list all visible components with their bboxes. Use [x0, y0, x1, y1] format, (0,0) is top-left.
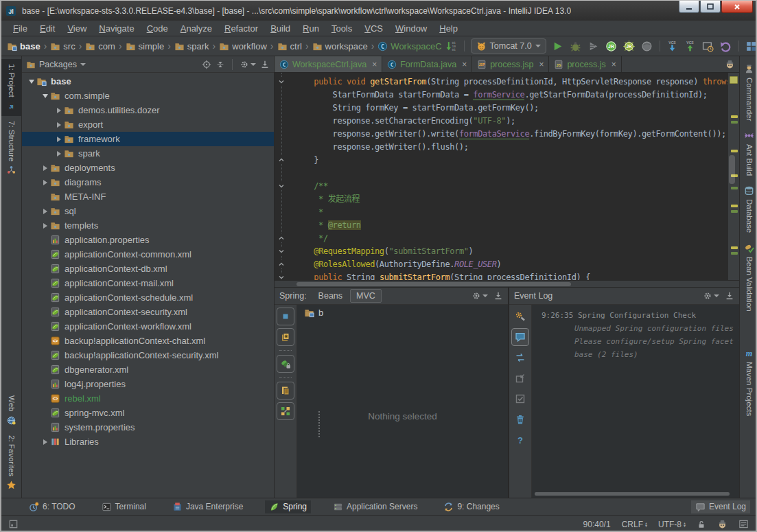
menu-help[interactable]: Help [433, 23, 464, 34]
tree-item-meta-inf[interactable]: META-INF [22, 189, 274, 204]
error-stripe-mark[interactable] [731, 115, 738, 118]
tool-button-ant-build[interactable]: Ant Build [740, 126, 757, 181]
tree-collapsed-icon[interactable] [40, 439, 50, 445]
menu-build[interactable]: Build [264, 23, 296, 34]
fold-marker-icon[interactable] [277, 78, 286, 86]
sp-diagram-button[interactable] [277, 402, 294, 420]
breadcrumb-com[interactable]: com [84, 41, 117, 51]
menu-view[interactable]: View [61, 23, 93, 34]
tree-collapsed-icon[interactable] [40, 223, 50, 229]
tree-collapsed-icon[interactable] [40, 165, 50, 171]
error-stripe-mark[interactable] [731, 121, 738, 124]
help-button[interactable]: ? [511, 431, 529, 449]
tree-item-backup-applicationcontext-security-xml[interactable]: backup!applicationContext-security.xml [22, 348, 274, 362]
tree-item-log4j-properties[interactable]: log4j.properties [22, 377, 274, 391]
fold-marker-icon[interactable] [277, 234, 286, 242]
replay-button[interactable] [511, 349, 529, 367]
tool-button-2-favorites[interactable]: 2: Favorites [1, 430, 21, 495]
bubble-button[interactable] [511, 328, 529, 346]
tree-item-rebel-xml[interactable]: <>rebel.xml [22, 391, 274, 406]
vcs-down-button[interactable]: VCS [664, 38, 681, 54]
tree-item-export[interactable]: export [22, 117, 274, 132]
target-button[interactable] [202, 60, 211, 69]
breadcrumb-spark[interactable]: spark [173, 41, 211, 51]
fold-marker-icon[interactable] [277, 247, 286, 255]
breadcrumb-simple[interactable]: simple [124, 41, 166, 51]
tool-button-spring[interactable]: Spring [265, 500, 311, 513]
sp-square-button[interactable] [277, 308, 294, 325]
title-bar[interactable]: Jl base - [E:\workspace-sts-3.3.0.RELEAS… [1, 1, 756, 21]
error-stripe-mark[interactable] [731, 150, 738, 152]
tree-collapsed-icon[interactable] [40, 209, 50, 214]
breadcrumb-base[interactable]: base [5, 41, 42, 51]
menu-analyze[interactable]: Analyze [174, 23, 218, 34]
run-button[interactable] [550, 38, 566, 54]
import-gray-button[interactable] [511, 369, 529, 387]
fold-marker-icon[interactable] [277, 273, 286, 280]
tree-collapsed-icon[interactable] [54, 108, 64, 113]
editor-tab-workspacectrl-java[interactable]: CWorkspaceCtrl.java× [275, 56, 382, 72]
tree-expanded-icon[interactable] [26, 80, 36, 84]
editor-vscrollbar-thumb[interactable] [729, 155, 735, 184]
menu-edit[interactable]: Edit [34, 23, 61, 34]
jr-run-button[interactable]: JR [603, 38, 620, 54]
editor-tab-process-js[interactable]: JSprocess.js× [549, 56, 621, 72]
tree-item-applicationcontext-security-xml[interactable]: applicationContext-security.xml [22, 305, 274, 319]
menu-run[interactable]: Run [296, 23, 325, 34]
tool-button-maven-projects[interactable]: mMaven Projects [740, 343, 757, 421]
spring-tree-item[interactable]: b [304, 308, 323, 318]
error-stripe-mark[interactable] [731, 246, 738, 249]
menu-navigate[interactable]: Navigate [93, 23, 140, 34]
tree-item-applicationcontext-workflow-xml[interactable]: applicationContext-workflow.xml [22, 319, 274, 334]
menu-file[interactable]: File [7, 23, 34, 34]
spring-tab-mvc[interactable]: MVC [350, 289, 382, 303]
tool-button-7-structure[interactable]: 7: Structure [1, 116, 21, 180]
tool-button-terminal[interactable]: Terminal [97, 500, 150, 513]
tool-button-commander[interactable]: Commander [740, 59, 757, 126]
fold-marker-icon[interactable] [277, 182, 286, 190]
event-log-hscrollbar-thumb[interactable] [535, 492, 730, 496]
spring-tab-beans[interactable]: Beans [312, 289, 349, 303]
menu-tools[interactable]: Tools [325, 23, 358, 34]
dock-button[interactable] [725, 291, 734, 301]
close-button[interactable] [721, 1, 753, 13]
run-configuration-selector[interactable]: Tomcat 7.0 [471, 38, 546, 54]
tree-item-applicationcontext-schedule-xml[interactable]: applicationContext-schedule.xml [22, 290, 274, 305]
error-stripe-mark[interactable] [731, 187, 738, 189]
trash-button[interactable] [511, 410, 529, 428]
tree-item-demos-utilities-dozer[interactable]: demos.utilities.dozer [22, 103, 274, 117]
breadcrumb-workspacec[interactable]: CWorkspaceC [376, 41, 443, 51]
tree-item-spark[interactable]: spark [22, 146, 274, 161]
tree-item-deployments[interactable]: deployments [22, 161, 274, 175]
menu-refactor[interactable]: Refactor [218, 23, 264, 34]
chevron-down-icon[interactable] [80, 63, 86, 66]
breadcrumb-workflow[interactable]: workflow [218, 41, 268, 51]
tool-button-application-servers[interactable]: Application Servers [329, 500, 421, 513]
hector-inspection-icon[interactable] [717, 519, 727, 529]
coverage-button[interactable] [585, 38, 602, 54]
tree-expanded-icon[interactable] [40, 94, 50, 98]
memory-indicator-icon[interactable] [738, 519, 749, 529]
maximize-button[interactable] [700, 1, 721, 13]
editor-gutter[interactable] [275, 73, 290, 280]
close-tab-icon[interactable]: × [612, 60, 616, 69]
toggle-tool-buttons-icon[interactable] [8, 519, 19, 529]
tree-item-applicationcontext-common-xml[interactable]: applicationContext-common.xml [22, 247, 274, 262]
tree-item-base[interactable]: base [22, 74, 274, 89]
sort-usages-button[interactable]: 011001 [443, 38, 460, 54]
tree-item-templets[interactable]: templets [22, 218, 274, 233]
tool-button-bean-validation[interactable]: Bean Validation [740, 238, 757, 316]
close-tab-icon[interactable]: × [372, 60, 377, 69]
tree-item-applicationcontext-mail-xml[interactable]: applicationContext-mail.xml [22, 276, 274, 290]
tree-item-dbgenerator-xml[interactable]: dbgenerator.xml [22, 362, 274, 377]
breadcrumb-ctrl[interactable]: ctrl [276, 41, 303, 51]
editor-tab-process-jsp[interactable]: JSPprocess.jsp× [472, 56, 549, 72]
menu-window[interactable]: Window [389, 23, 433, 34]
sp-files-eye-button[interactable] [277, 328, 294, 346]
dock-button[interactable] [493, 291, 503, 301]
tree-item-libraries[interactable]: Libraries [22, 435, 274, 449]
menu-vcs[interactable]: VCS [358, 23, 389, 34]
tree-collapsed-icon[interactable] [54, 137, 64, 142]
caret-position[interactable]: 90:40/1 [583, 520, 611, 529]
tree-item-com-simple[interactable]: com.simple [22, 89, 274, 103]
